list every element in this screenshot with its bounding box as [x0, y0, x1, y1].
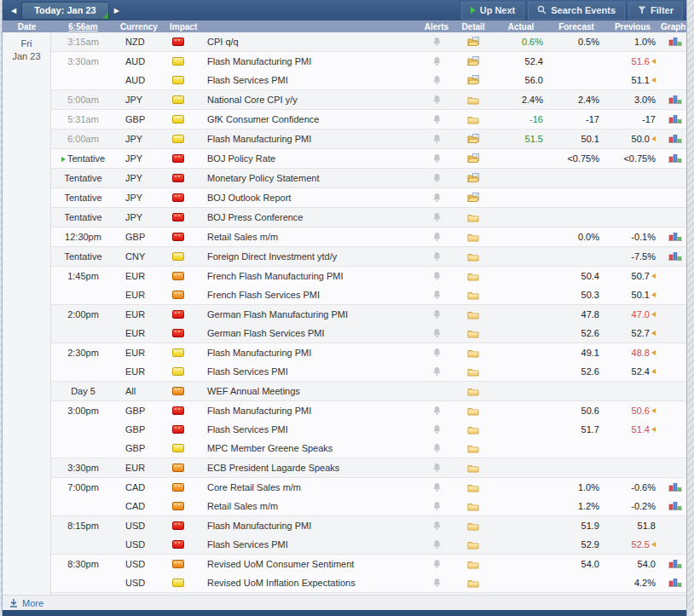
alert-bell-icon[interactable]: [432, 424, 442, 435]
event-title[interactable]: BOJ Press Conference: [200, 212, 420, 222]
event-title[interactable]: German Flash Services PMI: [200, 328, 420, 338]
event-title[interactable]: Monetary Policy Statement: [200, 173, 420, 183]
event-title[interactable]: Flash Manufacturing PMI: [200, 56, 420, 66]
detail-folder-icon[interactable]: [467, 367, 479, 377]
alert-bell-icon[interactable]: [432, 37, 442, 47]
event-title[interactable]: Flash Manufacturing PMI: [200, 406, 420, 416]
event-title[interactable]: French Flash Services PMI: [200, 290, 420, 300]
alert-bell-icon[interactable]: [432, 539, 442, 550]
detail-folder-icon[interactable]: [467, 483, 479, 492]
event-title[interactable]: WEF Annual Meetings: [200, 386, 420, 396]
event-title[interactable]: German Flash Manufacturing PMI: [200, 309, 420, 320]
alert-bell-icon[interactable]: [432, 521, 442, 531]
detail-news-icon[interactable]: [467, 56, 480, 66]
alert-bell-icon[interactable]: [432, 290, 442, 300]
alert-bell-icon[interactable]: [432, 348, 442, 358]
alert-bell-icon[interactable]: [432, 463, 442, 473]
alert-bell-icon[interactable]: [432, 56, 442, 66]
up-next-button[interactable]: Up Next: [461, 2, 525, 20]
event-title[interactable]: ECB President Lagarde Speaks: [200, 463, 420, 473]
alert-bell-icon[interactable]: [432, 328, 442, 338]
event-title[interactable]: Flash Manufacturing PMI: [200, 134, 420, 144]
event-title[interactable]: Flash Services PMI: [200, 366, 420, 377]
graph-icon[interactable]: [668, 134, 682, 144]
alert-bell-icon[interactable]: [432, 95, 442, 105]
event-title[interactable]: BOJ Outlook Report: [200, 193, 420, 203]
filter-button[interactable]: Filter: [628, 2, 683, 20]
prev-day-button[interactable]: ◀: [6, 4, 21, 17]
graph-icon[interactable]: [668, 37, 682, 47]
graph-icon[interactable]: [668, 153, 682, 164]
graph-icon[interactable]: [668, 559, 682, 569]
col-current-time[interactable]: 6:56am: [51, 22, 115, 32]
graph-icon[interactable]: [668, 578, 682, 588]
event-title[interactable]: BOJ Policy Rate: [200, 153, 420, 164]
event-title[interactable]: Flash Services PMI: [200, 424, 420, 435]
event-title[interactable]: Flash Services PMI: [200, 539, 420, 550]
alert-bell-icon[interactable]: [432, 75, 442, 85]
detail-folder-icon[interactable]: [467, 115, 479, 124]
alert-bell-icon[interactable]: [432, 232, 442, 242]
next-day-button[interactable]: ▶: [109, 4, 124, 17]
alert-bell-icon[interactable]: [432, 212, 442, 222]
detail-folder-icon[interactable]: [467, 444, 479, 453]
graph-icon[interactable]: [668, 232, 682, 242]
today-button[interactable]: Today: Jan 23: [21, 2, 109, 20]
detail-folder-icon[interactable]: [467, 560, 479, 569]
event-title[interactable]: Retail Sales m/m: [200, 232, 420, 242]
search-events-button[interactable]: Search Events: [528, 2, 625, 20]
detail-folder-icon[interactable]: [467, 540, 479, 550]
detail-folder-icon[interactable]: [467, 252, 479, 262]
detail-folder-icon[interactable]: [467, 521, 479, 531]
alert-bell-icon[interactable]: [432, 501, 442, 511]
alert-bell-icon[interactable]: [432, 153, 442, 164]
detail-folder-icon[interactable]: [467, 425, 479, 435]
detail-news-icon[interactable]: [467, 37, 480, 47]
alert-bell-icon[interactable]: [432, 482, 442, 492]
event-title[interactable]: MPC Member Greene Speaks: [200, 443, 420, 453]
detail-news-icon[interactable]: [467, 75, 480, 85]
event-title[interactable]: Flash Manufacturing PMI: [200, 521, 420, 531]
event-title[interactable]: Revised UoM Inflation Expectations: [200, 578, 420, 588]
alert-bell-icon[interactable]: [432, 173, 442, 183]
detail-folder-icon[interactable]: [467, 310, 479, 320]
event-title[interactable]: Revised UoM Consumer Sentiment: [200, 559, 420, 569]
detail-folder-icon[interactable]: [467, 272, 479, 281]
alert-bell-icon[interactable]: [432, 406, 442, 416]
event-title[interactable]: Foreign Direct Investment ytd/y: [200, 251, 420, 262]
event-title[interactable]: Retail Sales m/m: [200, 501, 420, 511]
detail-folder-icon[interactable]: [467, 348, 479, 358]
detail-folder-icon[interactable]: [467, 233, 479, 242]
detail-folder-icon[interactable]: [467, 406, 479, 416]
alert-bell-icon[interactable]: [432, 559, 442, 569]
detail-news-icon[interactable]: [467, 193, 480, 203]
alert-bell-icon[interactable]: [432, 309, 442, 320]
detail-folder-icon[interactable]: [467, 95, 479, 105]
event-title[interactable]: CPI q/q: [200, 37, 420, 47]
graph-icon[interactable]: [668, 251, 682, 262]
alert-bell-icon[interactable]: [432, 251, 442, 262]
detail-news-icon[interactable]: [467, 173, 480, 183]
detail-news-icon[interactable]: [467, 134, 480, 144]
graph-icon[interactable]: [668, 482, 682, 492]
alert-bell-icon[interactable]: [432, 271, 442, 281]
graph-icon[interactable]: [668, 501, 682, 511]
alert-bell-icon[interactable]: [432, 443, 442, 453]
graph-icon[interactable]: [668, 95, 682, 105]
alert-bell-icon[interactable]: [432, 193, 442, 203]
alert-bell-icon[interactable]: [432, 366, 442, 377]
alert-bell-icon[interactable]: [432, 578, 442, 588]
detail-folder-icon[interactable]: [467, 291, 479, 300]
detail-folder-icon[interactable]: [467, 329, 479, 338]
more-bar[interactable]: More: [3, 595, 686, 610]
event-title[interactable]: Flash Services PMI: [200, 75, 420, 85]
detail-folder-icon[interactable]: [467, 213, 479, 222]
event-title[interactable]: National Core CPI y/y: [200, 95, 420, 105]
event-title[interactable]: Core Retail Sales m/m: [200, 482, 420, 492]
detail-news-icon[interactable]: [467, 153, 480, 164]
alert-bell-icon[interactable]: [432, 134, 442, 144]
detail-folder-icon[interactable]: [467, 387, 479, 396]
detail-folder-icon[interactable]: [467, 579, 479, 588]
graph-icon[interactable]: [668, 114, 682, 124]
detail-folder-icon[interactable]: [467, 502, 479, 511]
